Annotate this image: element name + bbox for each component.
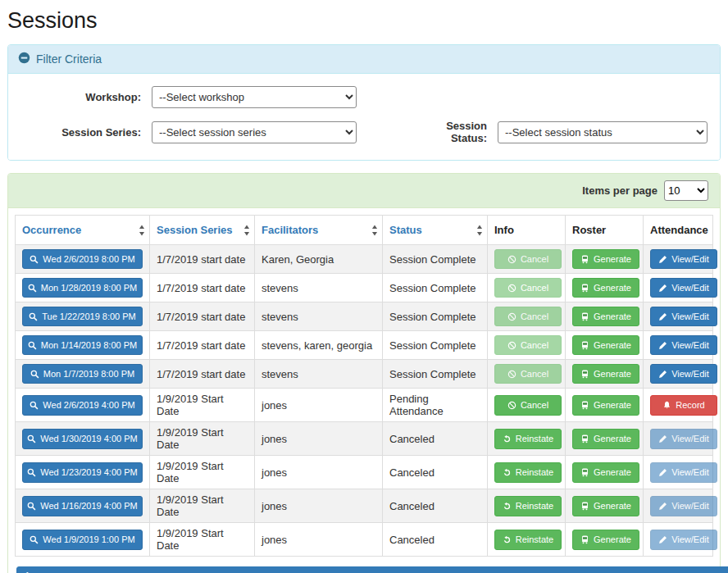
view-edit-button[interactable]: View/Edit: [650, 462, 717, 482]
roster-generate-button[interactable]: Generate: [572, 462, 639, 482]
sort-icon[interactable]: [243, 225, 250, 236]
reinstate-button[interactable]: Reinstate: [494, 462, 562, 482]
occurrence-button[interactable]: Wed 2/6/2019 4:00 PM: [22, 395, 143, 415]
facilitators-cell: stevens: [255, 274, 383, 302]
column-header-session-series[interactable]: Session Series: [150, 216, 255, 245]
session-series-cell: 1/7/2019 start date: [150, 302, 255, 331]
occurrence-label: Mon 1/28/2019 8:00 PM: [41, 283, 137, 293]
reinstate-button[interactable]: Reinstate: [494, 530, 562, 549]
occurrence-button[interactable]: Wed 1/30/2019 4:00 PM: [22, 429, 143, 448]
roster-generate-button[interactable]: Generate: [572, 395, 639, 415]
cancel-button[interactable]: Cancel: [494, 307, 562, 326]
reinstate-button[interactable]: Reinstate: [494, 429, 562, 448]
session-status-label: Session Status:: [407, 120, 498, 144]
roster-generate-button[interactable]: Generate: [572, 496, 639, 516]
roster-generate-button[interactable]: Generate: [572, 278, 639, 298]
column-header-status[interactable]: Status: [383, 216, 488, 245]
main-content: Sessions Filter Criteria Workshop: --Sel…: [0, 0, 728, 573]
page-1-link[interactable]: 1: [16, 566, 728, 573]
info-cell: Cancel: [488, 331, 566, 360]
view-edit-button[interactable]: View/Edit: [650, 364, 717, 384]
occurrence-cell: Wed 2/6/2019 8:00 PM: [16, 245, 150, 274]
minus-circle-icon[interactable]: [18, 52, 30, 66]
cancel-button[interactable]: Cancel: [494, 249, 562, 269]
status-cell: Pending Attendance: [383, 389, 488, 422]
occurrence-button[interactable]: Wed 1/16/2019 4:00 PM: [22, 496, 143, 516]
session-series-cell: 1/7/2019 start date: [150, 360, 255, 389]
session-series-select[interactable]: --Select session series: [152, 121, 357, 143]
view-edit-button[interactable]: View/Edit: [650, 530, 717, 549]
sort-icon[interactable]: [371, 225, 378, 236]
view-edit-button[interactable]: View/Edit: [650, 278, 717, 298]
items-per-page-select[interactable]: 10: [664, 180, 708, 201]
roster-generate-button[interactable]: Generate: [572, 249, 639, 269]
view-edit-button[interactable]: View/Edit: [650, 307, 717, 326]
column-header-attendance: Attendance: [644, 216, 713, 245]
occurrence-label: Wed 2/6/2019 8:00 PM: [43, 254, 134, 264]
occurrence-button[interactable]: Mon 1/7/2019 8:00 PM: [22, 364, 143, 384]
record-button[interactable]: Record: [650, 395, 717, 415]
view-edit-button[interactable]: View/Edit: [650, 249, 717, 269]
occurrence-button[interactable]: Wed 1/23/2019 4:00 PM: [22, 462, 143, 482]
session-series-cell: 1/7/2019 start date: [150, 331, 255, 360]
sort-icon[interactable]: [476, 225, 483, 236]
reinstate-button[interactable]: Reinstate: [494, 496, 562, 516]
pencil-icon: [658, 434, 667, 443]
occurrence-label: Wed 1/23/2019 4:00 PM: [40, 467, 137, 477]
occurrence-button[interactable]: Wed 1/9/2019 1:00 PM: [22, 530, 143, 549]
filter-criteria-panel: Filter Criteria Workshop: --Select works…: [7, 44, 721, 161]
column-header-occurrence[interactable]: Occurrence: [16, 216, 150, 245]
facilitators-cell: jones: [255, 456, 383, 489]
info-cell: Cancel: [488, 274, 566, 302]
table-row: Mon 1/14/2019 8:00 PM 1/7/2019 start dat…: [16, 331, 713, 360]
facilitators-cell: jones: [255, 422, 383, 456]
column-header-label: Attendance: [650, 224, 708, 236]
table-footer: 12345» 1356 Record(s): [15, 566, 713, 573]
roster-generate-label: Generate: [594, 534, 631, 544]
roster-generate-label: Generate: [594, 340, 631, 350]
cancel-button[interactable]: Cancel: [494, 335, 562, 355]
action-label: Reinstate: [516, 534, 553, 544]
cancel-button[interactable]: Cancel: [494, 364, 562, 384]
occurrence-cell: Wed 2/6/2019 4:00 PM: [16, 389, 150, 422]
search-icon: [30, 255, 39, 264]
roster-generate-button[interactable]: Generate: [572, 530, 639, 549]
sort-icon[interactable]: [139, 225, 145, 236]
roster-generate-label: Generate: [594, 501, 631, 511]
status-cell: Canceled: [383, 489, 488, 523]
view-edit-button[interactable]: View/Edit: [650, 429, 717, 448]
column-header-facilitators[interactable]: Facilitators: [255, 216, 383, 245]
cancel-button[interactable]: Cancel: [494, 278, 562, 298]
roster-generate-button[interactable]: Generate: [572, 364, 639, 384]
action-label: Cancel: [521, 312, 548, 321]
column-header-info: Info: [488, 216, 566, 245]
sessions-table-panel: Items per page 10 OccurrenceSession Seri…: [7, 173, 721, 573]
view-edit-button[interactable]: View/Edit: [650, 335, 717, 355]
filter-criteria-header[interactable]: Filter Criteria: [8, 45, 720, 74]
view-edit-button[interactable]: View/Edit: [650, 496, 717, 516]
occurrence-cell: Mon 1/7/2019 8:00 PM: [16, 360, 150, 389]
facilitators-cell: jones: [255, 523, 383, 557]
facilitators-cell: stevens: [255, 360, 383, 389]
status-cell: Canceled: [383, 422, 488, 456]
roster-generate-button[interactable]: Generate: [572, 307, 639, 326]
pencil-icon: [658, 312, 667, 321]
roster-generate-button[interactable]: Generate: [572, 429, 639, 448]
search-icon: [27, 434, 36, 443]
bus-icon: [580, 502, 589, 511]
ban-icon: [507, 401, 516, 410]
session-status-select[interactable]: --Select session status: [498, 121, 708, 143]
occurrence-label: Mon 1/7/2019 8:00 PM: [43, 369, 134, 379]
cancel-button[interactable]: Cancel: [494, 395, 562, 415]
occurrence-button[interactable]: Mon 1/28/2019 8:00 PM: [22, 278, 143, 298]
occurrence-button[interactable]: Tue 1/22/2019 8:00 PM: [22, 307, 143, 326]
sessions-table: OccurrenceSession SeriesFacilitatorsStat…: [15, 215, 713, 557]
roster-generate-button[interactable]: Generate: [572, 335, 639, 355]
column-header-roster: Roster: [566, 216, 644, 245]
session-series-cell: 1/7/2019 start date: [150, 245, 255, 274]
occurrence-button[interactable]: Wed 2/6/2019 8:00 PM: [22, 249, 143, 269]
workshop-select[interactable]: --Select workshop: [152, 86, 357, 108]
occurrence-button[interactable]: Mon 1/14/2019 8:00 PM: [22, 335, 143, 355]
action-label: Reinstate: [516, 501, 553, 511]
search-icon: [28, 341, 37, 350]
